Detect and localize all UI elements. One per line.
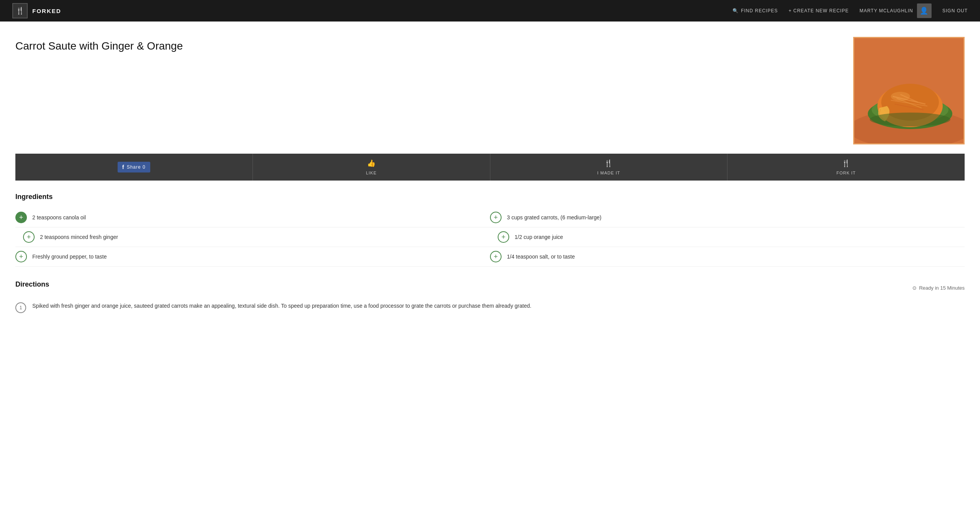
list-item: + 2 teaspoons minced fresh ginger — [15, 227, 490, 247]
add-ingredient-button-1[interactable]: + — [490, 212, 502, 223]
ingredients-section: Ingredients + 2 teaspoons canola oil + 2… — [15, 193, 965, 267]
directions-section: Directions ⊙ Ready in 15 Minutes 1 Spike… — [15, 280, 965, 313]
share-label: Share 0 — [127, 164, 146, 170]
sign-out-link[interactable]: SIGN OUT — [942, 8, 968, 13]
thumbs-up-icon: 👍 — [367, 159, 376, 167]
list-item: + 1/4 teaspoon salt, or to taste — [490, 247, 965, 267]
svg-point-12 — [891, 92, 910, 101]
add-ingredient-button-0[interactable]: + — [15, 212, 27, 223]
list-item: + 2 teaspoons canola oil — [15, 208, 490, 227]
fork-it-icon: 🍴 — [842, 159, 850, 167]
clock-icon: ⊙ — [912, 285, 917, 291]
recipe-image — [853, 37, 965, 144]
ingredients-title: Ingredients — [15, 193, 965, 201]
list-item: + 3 cups grated carrots, (6 medium-large… — [490, 208, 965, 227]
fork-knife-icon: 🍴 — [16, 7, 24, 15]
imade-label: I MADE IT — [597, 171, 620, 175]
list-item: + Freshly ground pepper, to taste — [15, 247, 490, 267]
ingredient-text-1: 3 cups grated carrots, (6 medium-large) — [507, 214, 601, 221]
i-made-it-button[interactable]: 🍴 I MADE IT — [490, 154, 728, 181]
add-ingredient-button-4[interactable]: + — [15, 251, 27, 262]
recipe-image-svg — [854, 37, 963, 144]
main-content: Carrot Saute with Ginger & Orange — [0, 22, 980, 514]
ingredients-col-left: + 2 teaspoons canola oil + 2 teaspoons m… — [15, 208, 490, 267]
like-button[interactable]: 👍 LIKE — [253, 154, 490, 181]
fork-it-button[interactable]: 🍴 FORK IT — [728, 154, 965, 181]
ingredient-text-2: 2 teaspoons minced fresh ginger — [40, 234, 118, 240]
logo-text: FORKED — [32, 8, 61, 14]
recipe-title: Carrot Saute with Ginger & Orange — [15, 37, 838, 52]
list-item: + 1/2 cup orange juice — [490, 227, 965, 247]
fork-icon: 🍴 — [604, 159, 613, 167]
directions-title: Directions — [15, 280, 49, 289]
action-bar: f Share 0 👍 LIKE 🍴 I MADE IT 🍴 FORK IT — [15, 154, 965, 181]
ingredient-text-4: Freshly ground pepper, to taste — [32, 254, 107, 260]
ingredients-grid: + 2 teaspoons canola oil + 2 teaspoons m… — [15, 208, 965, 267]
facebook-share-button[interactable]: f Share 0 — [118, 162, 150, 172]
add-ingredient-button-5[interactable]: + — [490, 251, 502, 262]
search-icon: 🔍 — [733, 8, 739, 13]
like-label: LIKE — [366, 171, 377, 175]
ingredient-text-5: 1/4 teaspoon salt, or to taste — [507, 254, 575, 260]
ingredients-col-right: + 3 cups grated carrots, (6 medium-large… — [490, 208, 965, 267]
recipe-header: Carrot Saute with Ginger & Orange — [15, 37, 965, 144]
step-number-1: 1 — [15, 302, 26, 313]
svg-point-11 — [870, 113, 950, 126]
navbar-right: 🔍 FIND RECIPES + CREATE NEW RECIPE MARTY… — [733, 3, 968, 18]
ready-time: ⊙ Ready in 15 Minutes — [912, 285, 965, 291]
share-button[interactable]: f Share 0 — [15, 154, 253, 181]
navbar: 🍴 FORKED 🔍 FIND RECIPES + CREATE NEW REC… — [0, 0, 980, 22]
find-recipes-link[interactable]: 🔍 FIND RECIPES — [733, 8, 778, 13]
create-recipe-link[interactable]: + CREATE NEW RECIPE — [789, 8, 849, 13]
user-info: MARTY MCLAUGHLIN 👤 — [859, 3, 932, 18]
direction-text-1: Spiked with fresh ginger and orange juic… — [32, 302, 532, 310]
directions-header: Directions ⊙ Ready in 15 Minutes — [15, 280, 965, 295]
fork-it-label: FORK IT — [836, 171, 855, 175]
navbar-left: 🍴 FORKED — [12, 3, 61, 18]
direction-step-1: 1 Spiked with fresh ginger and orange ju… — [15, 302, 965, 313]
recipe-image-placeholder — [854, 38, 963, 143]
add-ingredient-button-2[interactable]: + — [23, 231, 35, 243]
ingredient-text-0: 2 teaspoons canola oil — [32, 214, 86, 221]
facebook-icon: f — [122, 164, 125, 170]
logo-icon: 🍴 — [12, 3, 28, 18]
ingredient-text-3: 1/2 cup orange juice — [515, 234, 563, 240]
add-ingredient-button-3[interactable]: + — [498, 231, 509, 243]
avatar: 👤 — [917, 3, 932, 18]
